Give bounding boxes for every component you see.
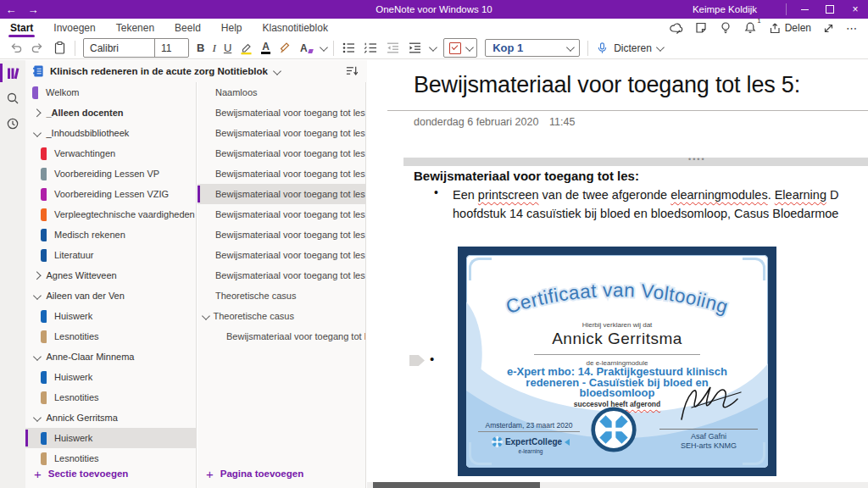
note-heading[interactable]: Bewijsmateriaal voor toegang tot les: (414, 169, 868, 183)
group-agnes-witteveen[interactable]: Agnes Witteveen (25, 265, 196, 286)
section-voorbereiding-vzig[interactable]: Voorbereiding Lessen VZIG (25, 184, 196, 204)
group-label: Annick Gerritsma (47, 413, 118, 423)
highlighter-icon[interactable] (239, 41, 253, 55)
italic-button[interactable]: I (212, 42, 216, 55)
page-item[interactable]: Naamloos (198, 82, 365, 103)
page-label: Bewijsmateriaal voor toegang tot les 9: (215, 270, 365, 280)
underline-button[interactable]: U (224, 42, 231, 54)
page-item[interactable]: Bewijsmateriaal voor toegang tot les 2: (198, 123, 365, 143)
group-annick-gerritsma[interactable]: Annick Gerritsma (25, 408, 196, 428)
add-page-button[interactable]: + Pagina toevoegen (198, 463, 365, 484)
chevron-down-icon[interactable] (320, 43, 327, 51)
group-alleen-docenten[interactable]: _Alleen docenten (25, 103, 196, 123)
tab-klasnotitieblok[interactable]: Klasnotitieblok (253, 19, 338, 37)
sticky-note-icon[interactable] (694, 21, 708, 35)
numbered-list-icon[interactable] (364, 41, 378, 55)
section-literatuur[interactable]: Literatuur (25, 245, 196, 265)
add-page-label: Pagina toevoegen (220, 469, 303, 479)
add-section-button[interactable]: + Sectie toevoegen (25, 463, 196, 484)
indent-icon[interactable] (408, 41, 422, 55)
lightbulb-icon[interactable] (719, 21, 732, 35)
section-color-tab (41, 229, 47, 241)
signature-line (659, 429, 758, 430)
page-item-expandable[interactable]: Theoretische casus (198, 306, 365, 326)
notebooks-button[interactable] (0, 60, 25, 86)
page-item[interactable]: Bewijsmateriaal voor toegang tot les 6: (198, 204, 365, 225)
section-label: Literatuur (54, 250, 93, 260)
share-button[interactable]: Delen (768, 21, 811, 35)
section-voorbereiding-vp[interactable]: Voorbereiding Lessen VP (25, 164, 196, 184)
bullet-list-icon[interactable] (342, 41, 356, 55)
font-name-select[interactable]: Calibri 11 (83, 38, 189, 58)
page-item[interactable]: Bewijsmateriaal voor toegang tot les 8: (198, 245, 365, 265)
plus-icon: + (206, 467, 214, 481)
outline-drag-bar[interactable]: •••• (403, 158, 868, 166)
section-huiswerk-anne-claar[interactable]: Huiswerk (25, 367, 196, 387)
note-outline[interactable]: •••• Bewijsmateriaal voor toegang tot le… (403, 158, 868, 223)
page-item-selected[interactable]: Bewijsmateriaal voor toegang tot les 5: (198, 184, 365, 204)
page-title[interactable]: Bewijsmateriaal voor toegang tot les 5: (414, 72, 800, 98)
section-lesnotities-aileen[interactable]: Lesnotities (25, 326, 196, 347)
group-anne-claar-minnema[interactable]: Anne-Claar Minnema (25, 347, 196, 367)
note-canvas[interactable]: Bewijsmateriaal voor toegang tot les 5: … (367, 60, 868, 488)
certificate-image[interactable]: Certificaat van Voltooiing Hierbij verkl… (458, 247, 776, 476)
page-item[interactable]: Theoretische casus (198, 286, 365, 306)
font-size-value[interactable]: 11 (155, 42, 188, 54)
minimize-button[interactable] (792, 0, 817, 19)
clear-formatting-button[interactable]: A (300, 42, 313, 54)
section-welkom[interactable]: Welkom (25, 82, 196, 103)
section-lesnotities-anne-claar[interactable]: Lesnotities (25, 387, 196, 408)
section-huiswerk-aileen[interactable]: Huiswerk (25, 306, 196, 326)
page-item[interactable]: Bewijsmateriaal voor toegang tot les 9: (198, 265, 365, 286)
tab-start[interactable]: Start (0, 19, 43, 37)
outdent-icon[interactable] (386, 41, 400, 55)
more-options-icon[interactable]: ⋯ (846, 22, 858, 35)
fullscreen-icon[interactable] (822, 22, 835, 35)
redo-icon[interactable] (31, 41, 45, 55)
page-item[interactable]: Bewijsmateriaal voor toegang tot les 1: (198, 103, 365, 123)
search-button[interactable] (0, 86, 25, 111)
note-bullet-item[interactable]: • Een printscreen van de twee afgeronde … (434, 186, 868, 223)
certificate-card: Certificaat van Voltooiing Hierbij verkl… (466, 255, 768, 468)
page-item[interactable]: Bewijsmateriaal voor toegang tot les 4: (198, 164, 365, 184)
page-item[interactable]: Bewijsmateriaal voor toegang tot les 3: (198, 143, 365, 164)
bold-button[interactable]: B (197, 42, 204, 54)
tab-tekenen[interactable]: Tekenen (106, 19, 164, 37)
maximize-button[interactable] (817, 0, 843, 19)
section-verpleegtechnisch[interactable]: Verpleegtechnische vaardigheden (25, 204, 196, 225)
sync-cloud-icon[interactable] (669, 21, 683, 36)
account-name[interactable]: Keimpe Koldijk (693, 4, 757, 14)
chevron-right-icon (33, 271, 41, 279)
section-huiswerk-annick-selected[interactable]: Huiswerk (25, 428, 196, 448)
tab-beeld[interactable]: Beeld (164, 19, 211, 37)
todo-tag-dropdown[interactable] (443, 38, 478, 58)
tab-help[interactable]: Help (211, 19, 253, 37)
paragraph-handle[interactable] (409, 355, 425, 366)
close-button[interactable]: × (843, 0, 868, 19)
group-inhoudsbibliotheek[interactable]: _Inhoudsbibliotheek (25, 123, 196, 143)
tab-invoegen[interactable]: Invoegen (43, 19, 105, 37)
notebook-name[interactable]: Klinisch redeneren in de acute zorg Noti… (50, 66, 268, 76)
chevron-down-icon[interactable] (202, 312, 209, 319)
recent-notes-button[interactable] (0, 111, 25, 136)
notifications-bell-icon[interactable]: 1 (743, 21, 757, 35)
chevron-down-icon[interactable] (429, 43, 437, 51)
scrollbar-thumb[interactable] (373, 482, 540, 488)
section-medisch-rekenen[interactable]: Medisch rekenen (25, 225, 196, 245)
chevron-down-icon[interactable] (273, 67, 281, 75)
section-verwachtingen[interactable]: Verwachtingen (25, 143, 196, 164)
page-item[interactable]: Bewijsmateriaal voor toegang tot les 7: (198, 225, 365, 245)
back-arrow-icon[interactable]: ← (0, 3, 22, 16)
style-select[interactable]: Kop 1 (485, 39, 580, 57)
forward-arrow-icon[interactable]: → (22, 3, 44, 16)
font-color-button[interactable]: A (261, 42, 270, 55)
group-aileen-van-der-ven[interactable]: Aileen van der Ven (25, 286, 196, 306)
note-text[interactable]: Een printscreen van de twee afgeronde el… (453, 186, 838, 223)
subpage-item[interactable]: Bewijsmateriaal voor toegang tot les 8: (198, 326, 365, 347)
horizontal-scrollbar[interactable] (367, 482, 868, 488)
sort-pages-button[interactable] (345, 64, 359, 77)
undo-icon[interactable] (8, 41, 23, 55)
dictate-button[interactable]: Dicteren (596, 42, 662, 55)
paste-clipboard-icon[interactable] (53, 41, 67, 55)
format-painter-icon[interactable] (278, 41, 292, 55)
